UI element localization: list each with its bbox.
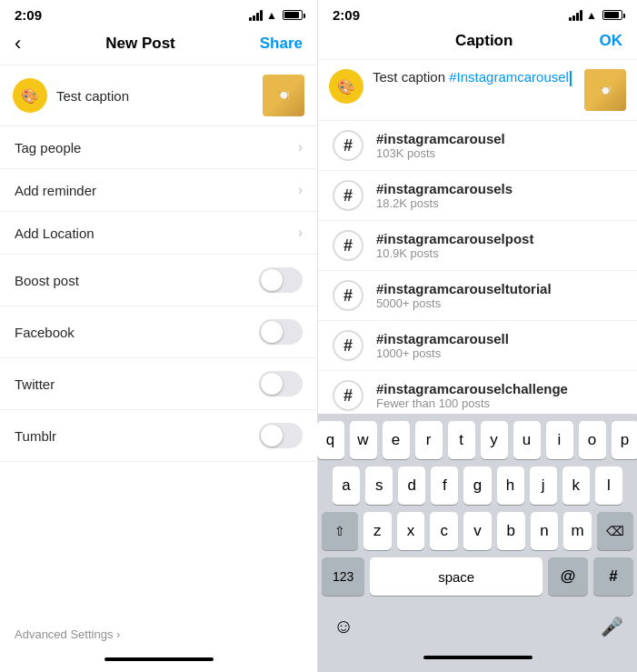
right-panel: 2:09 ▲ Caption OK 🎨 Test caption #Instag… bbox=[318, 0, 637, 672]
key-w[interactable]: w bbox=[350, 421, 377, 459]
hash-key[interactable]: # bbox=[593, 557, 633, 596]
key-e[interactable]: e bbox=[383, 421, 410, 459]
tumblr-toggle[interactable] bbox=[259, 423, 303, 448]
key-a[interactable]: a bbox=[333, 466, 360, 505]
twitter-toggle[interactable] bbox=[259, 371, 303, 396]
post-thumbnail: 🍽️ bbox=[263, 75, 304, 116]
hashtag-item-2[interactable]: # #instagramcarouselpost 10.9K posts bbox=[318, 221, 637, 271]
hashtag-item-5[interactable]: # #instagramcarouselchallenge Fewer than… bbox=[318, 371, 637, 414]
menu-item-tag-people[interactable]: Tag people › bbox=[0, 126, 317, 169]
at-key[interactable]: @ bbox=[548, 557, 588, 596]
menu-item-facebook[interactable]: Facebook bbox=[0, 306, 317, 358]
keyboard-row-3: ⇧ z x c v b n m ⌫ bbox=[322, 512, 633, 550]
hash-icon: # bbox=[333, 130, 363, 161]
hashtag-name: #instagramcarouselpost bbox=[376, 231, 533, 246]
space-key[interactable]: space bbox=[370, 557, 542, 596]
post-preview: 🎨 Test caption 🍽️ bbox=[0, 65, 317, 126]
page-title-left: New Post bbox=[105, 35, 175, 53]
mic-key[interactable]: 🎤 bbox=[597, 607, 626, 647]
tumblr-label: Tumblr bbox=[15, 428, 56, 444]
facebook-label: Facebook bbox=[15, 325, 75, 340]
key-h[interactable]: h bbox=[497, 466, 524, 505]
key-x[interactable]: x bbox=[397, 512, 425, 550]
emoji-key[interactable]: ☺ bbox=[329, 607, 358, 647]
chevron-icon: › bbox=[298, 139, 303, 155]
menu-item-add-location[interactable]: Add Location › bbox=[0, 212, 317, 255]
signal-icon-right bbox=[569, 10, 582, 21]
hashtag-count: 18.2K posts bbox=[376, 196, 513, 210]
hash-icon: # bbox=[333, 180, 363, 211]
advanced-settings[interactable]: Advanced Settings › bbox=[0, 618, 317, 650]
boost-post-label: Boost post bbox=[15, 273, 79, 288]
caption-input-area[interactable]: 🎨 Test caption #Instagramcarousel 🍽️ bbox=[318, 60, 637, 121]
time-right: 2:09 bbox=[333, 7, 360, 23]
hashtag-info: #instagramcarouselpost 10.9K posts bbox=[376, 231, 533, 260]
key-m[interactable]: m bbox=[563, 512, 592, 550]
keyboard-bottom-row: ☺ 🎤 bbox=[322, 603, 633, 650]
hashtag-item-1[interactable]: # #instagramcarousels 18.2K posts bbox=[318, 171, 637, 221]
status-bar-left: 2:09 ▲ bbox=[0, 0, 317, 26]
key-s[interactable]: s bbox=[365, 466, 393, 505]
key-b[interactable]: b bbox=[497, 512, 525, 550]
key-j[interactable]: j bbox=[530, 466, 557, 505]
keyboard-bottom-bar bbox=[322, 650, 633, 668]
nav-bar-right: Caption OK bbox=[318, 26, 637, 60]
menu-item-add-reminder[interactable]: Add reminder › bbox=[0, 169, 317, 212]
nav-bar-left: ‹ New Post Share bbox=[0, 26, 317, 65]
key-r[interactable]: r bbox=[415, 421, 443, 459]
hash-icon: # bbox=[333, 330, 363, 361]
status-icons-right: ▲ bbox=[569, 9, 622, 22]
shift-key[interactable]: ⇧ bbox=[322, 512, 358, 550]
wifi-icon: ▲ bbox=[266, 9, 277, 22]
key-n[interactable]: n bbox=[531, 512, 559, 550]
keyboard: q w e r t y u i o p a s d f g h j k l ⇧ … bbox=[318, 414, 637, 672]
numbers-key[interactable]: 123 bbox=[322, 557, 364, 596]
home-bar bbox=[105, 657, 214, 661]
avatar: 🎨 bbox=[13, 78, 47, 113]
facebook-toggle[interactable] bbox=[259, 319, 303, 345]
key-f[interactable]: f bbox=[431, 466, 458, 505]
keyboard-row-1: q w e r t y u i o p bbox=[322, 421, 633, 459]
home-indicator-left bbox=[0, 650, 317, 672]
left-panel: 2:09 ▲ ‹ New Post Share 🎨 Test caption 🍽… bbox=[0, 0, 318, 672]
key-y[interactable]: y bbox=[481, 421, 508, 459]
key-t[interactable]: t bbox=[448, 421, 475, 459]
back-button[interactable]: ‹ bbox=[15, 32, 21, 55]
key-u[interactable]: u bbox=[513, 421, 541, 459]
caption-input[interactable]: Test caption #Instagramcarousel bbox=[373, 69, 575, 86]
caption-hashtag: #Instagramcarousel bbox=[449, 69, 569, 85]
key-k[interactable]: k bbox=[562, 466, 590, 505]
menu-item-tumblr[interactable]: Tumblr bbox=[0, 410, 317, 462]
key-v[interactable]: v bbox=[463, 512, 492, 550]
signal-icon bbox=[249, 10, 263, 21]
hash-icon: # bbox=[333, 280, 363, 311]
key-l[interactable]: l bbox=[595, 466, 622, 505]
menu-item-twitter[interactable]: Twitter bbox=[0, 358, 317, 410]
share-button[interactable]: Share bbox=[260, 35, 303, 53]
key-q[interactable]: q bbox=[317, 421, 344, 459]
key-p[interactable]: p bbox=[612, 421, 638, 459]
caption-preview[interactable]: Test caption bbox=[56, 88, 254, 104]
boost-toggle[interactable] bbox=[259, 267, 303, 293]
wifi-icon-right: ▲ bbox=[586, 9, 597, 22]
ok-button[interactable]: OK bbox=[600, 32, 623, 50]
hashtag-item-0[interactable]: # #instagramcarousel 103K posts bbox=[318, 121, 637, 171]
delete-key[interactable]: ⌫ bbox=[597, 512, 633, 550]
key-d[interactable]: d bbox=[398, 466, 425, 505]
key-g[interactable]: g bbox=[463, 466, 491, 505]
hashtag-count: 1000+ posts bbox=[376, 346, 509, 360]
hashtag-name: #instagramcarousell bbox=[376, 331, 509, 346]
menu-list: Tag people › Add reminder › Add Location… bbox=[0, 126, 317, 618]
hash-icon: # bbox=[333, 380, 363, 411]
key-i[interactable]: i bbox=[546, 421, 573, 459]
hashtag-item-3[interactable]: # #instagramcarouseltutorial 5000+ posts bbox=[318, 271, 637, 321]
key-z[interactable]: z bbox=[363, 512, 392, 550]
hashtag-item-4[interactable]: # #instagramcarousell 1000+ posts bbox=[318, 321, 637, 371]
hashtag-name: #instagramcarouselchallenge bbox=[376, 381, 568, 396]
menu-item-boost-post[interactable]: Boost post bbox=[0, 255, 317, 306]
key-o[interactable]: o bbox=[579, 421, 606, 459]
chevron-icon: › bbox=[298, 225, 303, 241]
add-location-label: Add Location bbox=[15, 226, 95, 241]
key-c[interactable]: c bbox=[430, 512, 458, 550]
battery-icon-right bbox=[602, 10, 622, 20]
